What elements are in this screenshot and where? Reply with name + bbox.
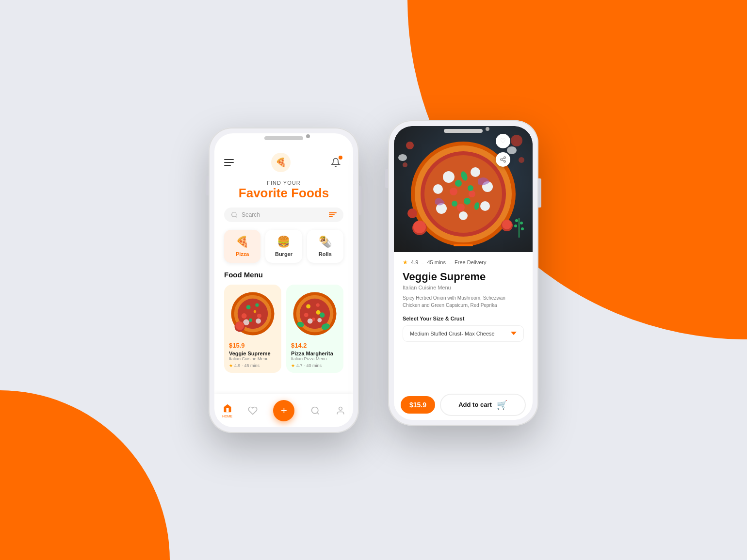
- menu-line-1: [224, 159, 234, 160]
- svg-point-63: [514, 224, 517, 227]
- food-card-2-img: [291, 289, 339, 338]
- search-bar[interactable]: Search: [224, 208, 343, 222]
- food-card-1[interactable]: $15.9 Veggie Supreme Italian Cuisine Men…: [224, 285, 281, 373]
- menu-line-3: [224, 165, 231, 166]
- food-cards-row: $15.9 Veggie Supreme Italian Cuisine Men…: [224, 285, 343, 373]
- svg-point-22: [316, 310, 321, 314]
- food-card-2-rating: ★ 4.7 · 40 mins: [291, 363, 339, 368]
- svg-point-24: [317, 318, 322, 322]
- hamburger-menu-icon[interactable]: [224, 159, 234, 166]
- share-icon: [500, 156, 506, 163]
- svg-point-8: [249, 318, 252, 321]
- food-card-2-cuisine: Italian Pizza Menu: [291, 356, 339, 361]
- food-card-1-rating: ★ 4.9 · 45 mins: [229, 363, 276, 368]
- phone-2-content: ♡ ★: [394, 126, 533, 420]
- rating-value-1: 4.9: [234, 363, 241, 368]
- phone-2-camera: [486, 127, 489, 131]
- star-icon: ★: [403, 259, 408, 266]
- svg-point-23: [308, 318, 313, 323]
- category-pizza[interactable]: 🍕 Pizza: [224, 230, 260, 263]
- svg-point-49: [452, 201, 457, 207]
- favorite-button[interactable]: ♡: [496, 134, 510, 148]
- filter-icon[interactable]: [329, 212, 337, 217]
- menu-line-2: [224, 162, 234, 163]
- food-card-2[interactable]: $14.2 Pizza Margherita Italian Pizza Men…: [286, 285, 343, 373]
- svg-point-64: [521, 227, 524, 230]
- food-menu-title: Food Menu: [224, 271, 343, 279]
- svg-point-39: [443, 171, 455, 183]
- category-burger[interactable]: 🍔 Burger: [265, 230, 302, 263]
- phone-1-notch: [264, 136, 303, 140]
- svg-point-4: [246, 305, 251, 309]
- svg-point-46: [455, 180, 462, 187]
- search-input[interactable]: Search: [242, 211, 325, 218]
- phone-2-info: ★ 4.9 – 45 mins – Free Delivery Veggie S…: [394, 252, 533, 356]
- svg-point-6: [242, 313, 247, 319]
- pizza-category-label: Pizza: [236, 251, 249, 257]
- nav-home[interactable]: HOME: [222, 403, 232, 418]
- phone-2: ♡ ★: [388, 120, 538, 426]
- time-value-2: · 40 mins: [304, 363, 322, 368]
- pizza-category-icon: 🍕: [236, 236, 249, 248]
- burger-category-label: Burger: [275, 251, 292, 257]
- size-selected-option: Medium Stuffed Crust- Max Cheese: [410, 331, 495, 336]
- svg-point-50: [450, 188, 457, 195]
- svg-point-34: [398, 154, 407, 161]
- svg-point-65: [504, 157, 506, 159]
- notification-icon[interactable]: [328, 155, 343, 170]
- rolls-category-label: Rolls: [319, 251, 332, 257]
- category-rolls[interactable]: 🌯 Rolls: [307, 230, 343, 263]
- bg-shape-bottom-left: [0, 390, 170, 560]
- food-card-1-cuisine: Italian Cuisine Menu: [229, 356, 276, 361]
- pizza-svg-2: [291, 289, 339, 338]
- rating-row: ★ 4.9 – 45 mins – Free Delivery: [403, 259, 524, 266]
- nav-plus-button[interactable]: +: [273, 400, 294, 421]
- svg-point-58: [502, 220, 512, 229]
- svg-point-11: [256, 318, 261, 323]
- scroll-indicator: [454, 244, 473, 246]
- nav-favorites[interactable]: [248, 406, 258, 416]
- svg-point-42: [480, 201, 490, 211]
- add-to-cart-button[interactable]: Add to cart 🛒: [440, 394, 526, 416]
- add-to-cart-label: Add to cart: [458, 401, 492, 408]
- price-badge: $15.9: [401, 396, 435, 414]
- size-crust-label: Select Your Size & Crust: [403, 316, 524, 321]
- rolls-category-icon: 🌯: [319, 236, 332, 248]
- svg-point-51: [469, 191, 475, 197]
- svg-point-33: [507, 146, 517, 154]
- food-card-2-price: $14.2: [291, 342, 339, 349]
- star-icon-2: ★: [291, 363, 295, 368]
- star-icon-1: ★: [229, 363, 233, 368]
- svg-point-28: [339, 407, 342, 410]
- food-card-2-name: Pizza Margherita: [291, 351, 339, 356]
- svg-point-29: [406, 142, 414, 149]
- cart-icon: 🛒: [497, 400, 507, 410]
- size-crust-selector[interactable]: Medium Stuffed Crust- Max Cheese: [403, 325, 524, 342]
- svg-point-59: [407, 208, 417, 218]
- svg-point-32: [403, 162, 407, 167]
- food-card-1-img: [229, 289, 276, 338]
- home-icon: [223, 403, 232, 413]
- share-button[interactable]: [496, 152, 510, 167]
- product-cuisine: Italian Cuisine Menu: [403, 285, 524, 290]
- chevron-down-icon: [511, 332, 517, 335]
- time-value-1: · 45 mins: [242, 363, 260, 368]
- svg-point-38: [424, 155, 502, 233]
- burger-category-icon: 🍔: [277, 236, 290, 248]
- svg-point-30: [511, 135, 522, 146]
- svg-point-9: [254, 310, 256, 312]
- svg-point-66: [501, 159, 503, 160]
- delivery-time: 45 mins: [427, 259, 446, 265]
- nav-search[interactable]: [310, 406, 320, 416]
- svg-point-40: [471, 167, 480, 177]
- svg-line-69: [502, 158, 504, 159]
- product-title: Veggie Supreme: [403, 271, 524, 283]
- svg-point-7: [257, 314, 261, 318]
- categories-row: 🍕 Pizza 🍔 Burger 🌯 Rolls: [224, 230, 343, 263]
- logo-pizza-emoji: 🍕: [276, 157, 286, 168]
- delivery-info: Free Delivery: [455, 259, 486, 265]
- rating-value: 4.9: [411, 259, 418, 265]
- svg-point-52: [457, 204, 465, 211]
- food-card-1-name: Veggie Supreme: [229, 351, 276, 356]
- nav-profile[interactable]: [336, 406, 345, 416]
